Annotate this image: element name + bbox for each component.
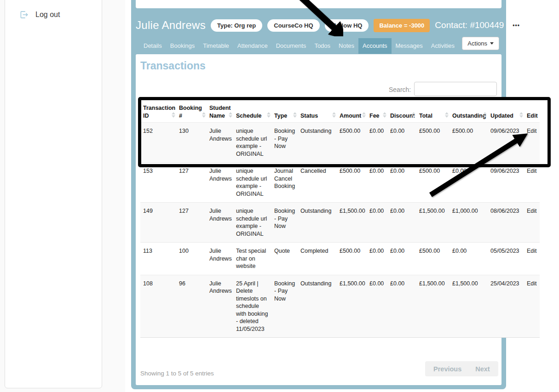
col-amount[interactable]: Amount: [337, 102, 367, 123]
actions-dropdown-button[interactable]: Actions: [462, 37, 499, 50]
sort-icon: [293, 112, 297, 118]
page-title: Julie Andrews: [136, 19, 206, 32]
search-label: Search:: [389, 86, 411, 93]
cell-status: Outstanding: [298, 123, 337, 163]
tab-details[interactable]: Details: [139, 38, 166, 54]
edit-link[interactable]: Edit: [527, 280, 537, 287]
tab-notes[interactable]: Notes: [334, 38, 358, 54]
cell-transaction-id: 153: [140, 163, 176, 203]
edit-link[interactable]: Edit: [527, 168, 537, 174]
org-badge: CourseCo HQ: [267, 19, 319, 32]
cell-total: £500.00: [416, 163, 450, 203]
balance-badge: Balance = -3000: [374, 19, 430, 32]
cell-status: Completed: [298, 243, 337, 275]
caret-down-icon: [490, 42, 494, 45]
cell-updated: 08/06/2023: [488, 203, 524, 243]
table-row: 149 127 Julie Andrews unique schedule ur…: [140, 203, 540, 243]
cell-updated: 25/04/2023: [488, 275, 524, 337]
cell-status: Outstanding: [298, 275, 337, 337]
col-type[interactable]: Type: [271, 102, 298, 123]
cell-amount: £500.00: [337, 123, 367, 163]
sort-icon: [172, 112, 175, 118]
table-row: 113 100 Julie Andrews Test special char …: [140, 243, 540, 275]
sort-icon: [267, 112, 271, 118]
logout-button[interactable]: Log out: [5, 0, 102, 20]
cell-type: Journal Cancel Booking: [271, 163, 298, 203]
sort-icon: [483, 112, 487, 118]
sort-icon: [362, 112, 366, 118]
col-booking[interactable]: Booking #: [176, 102, 207, 123]
cell-type: Booking - Pay Now: [271, 123, 298, 163]
table-row: 108 96 Julie Andrews 25 April | Delete t…: [140, 275, 540, 337]
cell-outstanding: £0.00: [450, 163, 488, 203]
sort-icon: [445, 112, 449, 118]
cell-discount: £0.00: [387, 203, 416, 243]
tab-messages[interactable]: Messages: [392, 38, 427, 54]
transactions-table: Transaction ID Booking # Student Name Sc…: [140, 102, 540, 338]
table-row: 153 127 Julie Andrews unique schedule ur…: [140, 163, 540, 203]
tab-activities[interactable]: Activities: [427, 38, 459, 54]
cell-discount: £0.00: [387, 275, 416, 337]
col-outstanding[interactable]: Outstanding: [450, 102, 488, 123]
cell-schedule: unique schedule url example - ORIGINAL: [233, 203, 271, 243]
type-badge: Type: Org rep: [211, 19, 262, 32]
cell-type: Quote: [271, 243, 298, 275]
cell-total: £500.00: [416, 243, 450, 275]
cell-booking: 96: [176, 275, 207, 337]
tab-bookings[interactable]: Bookings: [166, 38, 199, 54]
cell-total: £1,500.00: [416, 203, 450, 243]
col-updated[interactable]: Updated: [488, 102, 524, 123]
tab-attendance[interactable]: Attendance: [233, 38, 272, 54]
cell-amount: £1,500.00: [337, 275, 367, 337]
next-button[interactable]: Next: [475, 365, 490, 373]
col-edit[interactable]: Edit: [524, 102, 540, 123]
previous-button[interactable]: Previous: [433, 365, 461, 373]
profile-header: Julie Andrews Type: Org rep CourseCo HQ …: [136, 17, 501, 33]
col-schedule[interactable]: Schedule: [233, 102, 271, 123]
edit-link[interactable]: Edit: [527, 208, 537, 214]
cell-transaction-id: 152: [140, 123, 176, 163]
cell-outstanding: £1,500.00: [450, 275, 488, 337]
cell-discount: £0.00: [387, 243, 416, 275]
tab-bar: Details Bookings Timetable Attendance Do…: [139, 38, 459, 54]
org-badge-2: Marlow HQ: [325, 19, 369, 32]
cell-booking: 127: [176, 163, 207, 203]
edit-link[interactable]: Edit: [527, 248, 537, 254]
col-transaction-id[interactable]: Transaction ID: [140, 102, 176, 123]
contact-number: Contact: #100449: [435, 20, 504, 30]
tab-timetable[interactable]: Timetable: [199, 38, 233, 54]
cell-fee: £0.00: [367, 163, 387, 203]
col-student-name[interactable]: Student Name: [207, 102, 233, 123]
cell-amount: £1,500.00: [337, 203, 367, 243]
cell-student: Julie Andrews: [207, 275, 233, 337]
tab-accounts[interactable]: Accounts: [358, 38, 391, 54]
table-row: 152 130 Julie Andrews unique schedule ur…: [140, 123, 540, 163]
cell-updated: 05/05/2023: [488, 243, 524, 275]
edit-link[interactable]: Edit: [527, 128, 537, 134]
sort-icon: [332, 112, 336, 118]
sort-icon: [202, 112, 206, 118]
cell-total: £1,500.00: [416, 275, 450, 337]
cell-outstanding: £1,000.00: [450, 203, 488, 243]
cell-transaction-id: 108: [140, 275, 176, 337]
cell-fee: £0.00: [367, 123, 387, 163]
cell-type: Booking - Pay Now: [271, 203, 298, 243]
logout-label: Log out: [35, 11, 60, 19]
sort-icon: [229, 112, 232, 118]
cell-schedule: Test special char on website: [233, 243, 271, 275]
col-fee[interactable]: Fee: [367, 102, 387, 123]
cell-total: £500.00: [416, 123, 450, 163]
tab-todos[interactable]: Todos: [310, 38, 334, 54]
col-status[interactable]: Status: [298, 102, 337, 123]
cell-fee: £0.00: [367, 275, 387, 337]
transactions-heading: Transactions: [140, 60, 206, 72]
cell-booking: 127: [176, 203, 207, 243]
cell-booking: 100: [176, 243, 207, 275]
more-options-button[interactable]: •••: [509, 19, 524, 31]
col-discount[interactable]: Discount: [387, 102, 416, 123]
cell-status: Cancelled: [298, 163, 337, 203]
cell-schedule: unique schedule url example - ORIGINAL: [233, 163, 271, 203]
search-input[interactable]: [414, 82, 497, 96]
col-total[interactable]: Total: [416, 102, 450, 123]
tab-documents[interactable]: Documents: [272, 38, 311, 54]
